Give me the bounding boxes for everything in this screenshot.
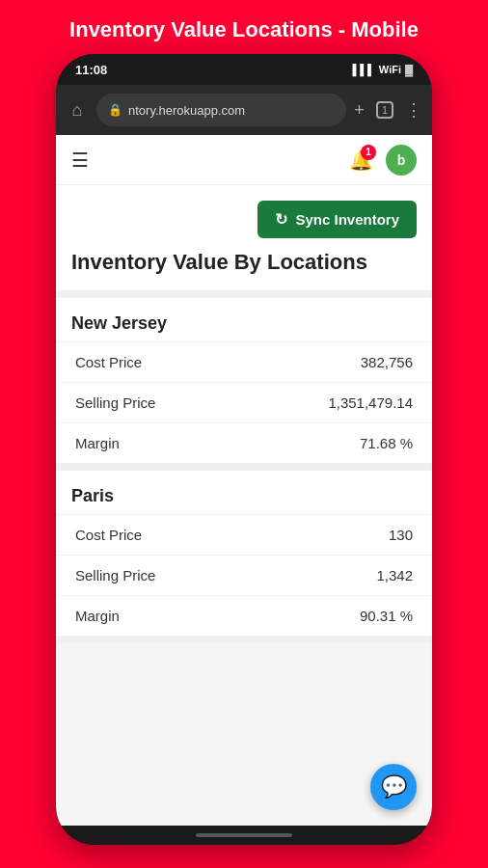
- status-bar: 11:08 ▌▌▌ WiFi ▓: [56, 54, 432, 85]
- home-indicator: [196, 833, 292, 837]
- hamburger-menu[interactable]: ☰: [71, 149, 89, 172]
- value-margin-paris: 90.31 %: [360, 608, 413, 624]
- location-section-nj: New Jersey Cost Price 382,756 Selling Pr…: [56, 298, 432, 463]
- sync-button-label: Sync Inventory: [295, 211, 399, 228]
- browser-actions: + 1 ⋮: [354, 99, 422, 121]
- url-box[interactable]: 🔒 ntory.herokuapp.com: [96, 94, 346, 126]
- chat-fab-button[interactable]: 💬: [370, 764, 417, 810]
- table-row: Selling Price 1,342: [56, 555, 432, 595]
- app-content: ☰ 🔔 1 b ↻ Sync Inventory Inventory Value…: [56, 135, 432, 826]
- section-divider-bottom: [56, 636, 432, 643]
- page-title: Inventory Value Locations - Mobile: [0, 0, 488, 54]
- sync-inventory-button[interactable]: ↻ Sync Inventory: [258, 201, 417, 238]
- app-header: ☰ 🔔 1 b: [56, 135, 432, 185]
- home-icon[interactable]: ⌂: [66, 100, 89, 121]
- lock-icon: 🔒: [108, 103, 122, 117]
- main-heading: Inventory Value By Locations: [56, 246, 432, 290]
- value-selling-price-paris: 1,342: [376, 567, 413, 583]
- value-cost-price-nj: 382,756: [361, 354, 413, 370]
- table-row: Margin 90.31 %: [56, 595, 432, 636]
- notification-bell-wrapper[interactable]: 🔔 1: [343, 143, 378, 177]
- label-selling-price-paris: Selling Price: [75, 567, 155, 583]
- location-section-paris: Paris Cost Price 130 Selling Price 1,342…: [56, 471, 432, 636]
- notification-badge: 1: [361, 145, 376, 160]
- phone-frame: 11:08 ▌▌▌ WiFi ▓ ⌂ 🔒 ntory.herokuapp.com…: [56, 54, 432, 845]
- status-bar-right: ▌▌▌ WiFi ▓: [352, 64, 413, 75]
- status-bar-left: 11:08: [75, 63, 107, 77]
- label-cost-price-nj: Cost Price: [75, 354, 142, 370]
- table-row: Cost Price 130: [56, 514, 432, 555]
- content-area: ↻ Sync Inventory Inventory Value By Loca…: [56, 185, 432, 643]
- browser-bar: ⌂ 🔒 ntory.herokuapp.com + 1 ⋮: [56, 85, 432, 135]
- new-tab-icon[interactable]: +: [354, 100, 365, 121]
- value-margin-nj: 71.68 %: [360, 435, 413, 451]
- table-row: Selling Price 1,351,479.14: [56, 382, 432, 422]
- header-icons: 🔔 1 b: [343, 143, 417, 177]
- phone-bottom: [56, 826, 432, 845]
- sync-icon: ↻: [275, 210, 287, 229]
- location-name-paris: Paris: [56, 471, 432, 514]
- avatar[interactable]: b: [386, 145, 417, 176]
- label-margin-paris: Margin: [75, 608, 120, 624]
- section-divider-top: [56, 290, 432, 298]
- url-text: ntory.herokuapp.com: [128, 103, 335, 118]
- sync-btn-row: ↻ Sync Inventory: [56, 185, 432, 246]
- tab-count[interactable]: 1: [376, 101, 393, 119]
- table-row: Cost Price 382,756: [56, 341, 432, 382]
- table-row: Margin 71.68 %: [56, 422, 432, 463]
- location-name-nj: New Jersey: [56, 298, 432, 341]
- battery-icon: ▓: [405, 64, 413, 75]
- label-selling-price-nj: Selling Price: [75, 394, 155, 411]
- wifi-icon: WiFi: [379, 64, 401, 75]
- label-margin-nj: Margin: [75, 435, 120, 451]
- signal-icon: ▌▌▌: [352, 64, 374, 75]
- section-divider-mid: [56, 463, 432, 471]
- time: 11:08: [75, 63, 107, 77]
- value-selling-price-nj: 1,351,479.14: [328, 394, 413, 411]
- value-cost-price-paris: 130: [389, 527, 413, 543]
- menu-dots-icon[interactable]: ⋮: [405, 99, 422, 121]
- label-cost-price-paris: Cost Price: [75, 527, 142, 543]
